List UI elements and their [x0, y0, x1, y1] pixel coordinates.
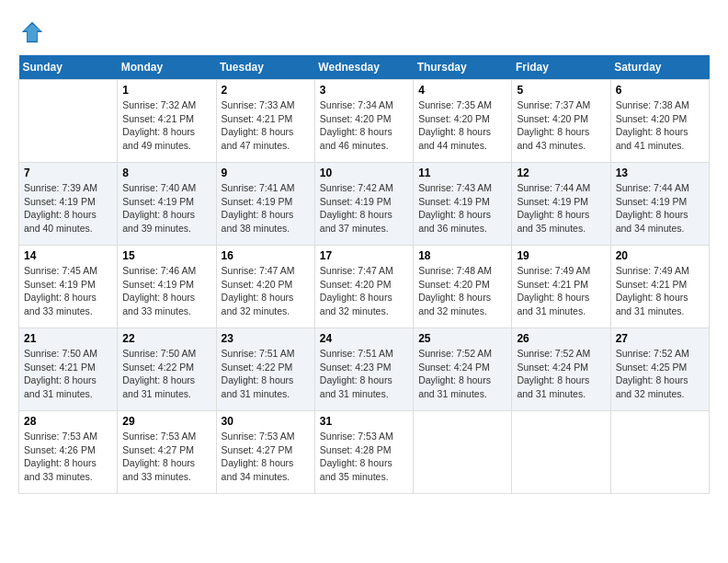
calendar-cell: 31Sunrise: 7:53 AM Sunset: 4:28 PM Dayli… — [314, 411, 413, 494]
calendar-cell: 1Sunrise: 7:32 AM Sunset: 4:21 PM Daylig… — [118, 80, 216, 163]
day-number: 17 — [320, 249, 408, 262]
day-number: 13 — [616, 167, 704, 179]
day-info: Sunrise: 7:47 AM Sunset: 4:20 PM Dayligh… — [320, 264, 408, 318]
day-info: Sunrise: 7:46 AM Sunset: 4:19 PM Dayligh… — [122, 264, 210, 318]
day-number: 25 — [418, 332, 506, 345]
calendar-cell — [414, 411, 512, 494]
day-number: 4 — [418, 84, 506, 97]
calendar-cell: 15Sunrise: 7:46 AM Sunset: 4:19 PM Dayli… — [118, 246, 216, 328]
calendar-cell — [512, 411, 610, 494]
calendar-cell: 12Sunrise: 7:44 AM Sunset: 4:19 PM Dayli… — [512, 163, 610, 246]
calendar-cell: 7Sunrise: 7:39 AM Sunset: 4:19 PM Daylig… — [19, 163, 118, 246]
calendar-cell: 30Sunrise: 7:53 AM Sunset: 4:27 PM Dayli… — [216, 411, 314, 494]
header-tuesday: Tuesday — [216, 55, 314, 80]
header-saturday: Saturday — [610, 55, 709, 80]
day-info: Sunrise: 7:52 AM Sunset: 4:24 PM Dayligh… — [517, 347, 605, 401]
calendar: SundayMondayTuesdayWednesdayThursdayFrid… — [18, 55, 710, 494]
logo-icon — [18, 18, 46, 46]
day-number: 15 — [122, 249, 210, 262]
week-row-4: 28Sunrise: 7:53 AM Sunset: 4:26 PM Dayli… — [19, 411, 710, 494]
day-number: 24 — [320, 332, 408, 345]
day-info: Sunrise: 7:41 AM Sunset: 4:19 PM Dayligh… — [222, 181, 310, 236]
week-row-0: 1Sunrise: 7:32 AM Sunset: 4:21 PM Daylig… — [19, 80, 710, 163]
header — [18, 18, 710, 46]
day-info: Sunrise: 7:38 AM Sunset: 4:20 PM Dayligh… — [616, 98, 704, 153]
calendar-cell: 14Sunrise: 7:45 AM Sunset: 4:19 PM Dayli… — [19, 246, 118, 328]
day-number: 20 — [616, 249, 704, 262]
calendar-cell: 20Sunrise: 7:49 AM Sunset: 4:21 PM Dayli… — [610, 246, 709, 328]
day-info: Sunrise: 7:35 AM Sunset: 4:20 PM Dayligh… — [418, 98, 506, 153]
calendar-cell: 21Sunrise: 7:50 AM Sunset: 4:21 PM Dayli… — [19, 328, 118, 411]
calendar-cell: 25Sunrise: 7:52 AM Sunset: 4:24 PM Dayli… — [414, 328, 512, 411]
day-info: Sunrise: 7:51 AM Sunset: 4:23 PM Dayligh… — [320, 347, 408, 401]
day-number: 29 — [122, 415, 210, 428]
day-number: 30 — [222, 415, 310, 428]
calendar-cell: 9Sunrise: 7:41 AM Sunset: 4:19 PM Daylig… — [216, 163, 314, 246]
day-number: 19 — [517, 249, 605, 262]
day-number: 11 — [418, 167, 506, 179]
day-number: 14 — [24, 249, 112, 262]
day-number: 3 — [320, 84, 408, 97]
day-info: Sunrise: 7:49 AM Sunset: 4:21 PM Dayligh… — [517, 264, 605, 318]
calendar-cell: 27Sunrise: 7:52 AM Sunset: 4:25 PM Dayli… — [610, 328, 709, 411]
day-number: 22 — [122, 332, 210, 345]
day-info: Sunrise: 7:53 AM Sunset: 4:28 PM Dayligh… — [320, 430, 408, 484]
logo — [18, 18, 50, 46]
day-info: Sunrise: 7:50 AM Sunset: 4:22 PM Dayligh… — [122, 347, 210, 401]
calendar-cell: 17Sunrise: 7:47 AM Sunset: 4:20 PM Dayli… — [314, 246, 413, 328]
calendar-cell: 22Sunrise: 7:50 AM Sunset: 4:22 PM Dayli… — [118, 328, 216, 411]
calendar-cell: 4Sunrise: 7:35 AM Sunset: 4:20 PM Daylig… — [414, 80, 512, 163]
day-info: Sunrise: 7:53 AM Sunset: 4:27 PM Dayligh… — [122, 430, 210, 484]
calendar-cell: 23Sunrise: 7:51 AM Sunset: 4:22 PM Dayli… — [216, 328, 314, 411]
calendar-cell: 19Sunrise: 7:49 AM Sunset: 4:21 PM Dayli… — [512, 246, 610, 328]
day-number: 9 — [222, 167, 310, 179]
day-number: 1 — [122, 84, 210, 97]
header-monday: Monday — [118, 55, 216, 80]
svg-marker-1 — [24, 24, 40, 41]
day-info: Sunrise: 7:51 AM Sunset: 4:22 PM Dayligh… — [222, 347, 310, 401]
calendar-cell: 11Sunrise: 7:43 AM Sunset: 4:19 PM Dayli… — [414, 163, 512, 246]
calendar-cell: 2Sunrise: 7:33 AM Sunset: 4:21 PM Daylig… — [216, 80, 314, 163]
day-info: Sunrise: 7:53 AM Sunset: 4:26 PM Dayligh… — [24, 430, 112, 484]
day-info: Sunrise: 7:37 AM Sunset: 4:20 PM Dayligh… — [517, 98, 605, 153]
week-row-3: 21Sunrise: 7:50 AM Sunset: 4:21 PM Dayli… — [19, 328, 710, 411]
day-info: Sunrise: 7:40 AM Sunset: 4:19 PM Dayligh… — [122, 181, 210, 236]
day-info: Sunrise: 7:44 AM Sunset: 4:19 PM Dayligh… — [517, 181, 605, 236]
day-number: 16 — [222, 249, 310, 262]
calendar-cell — [19, 80, 118, 163]
calendar-cell: 6Sunrise: 7:38 AM Sunset: 4:20 PM Daylig… — [610, 80, 709, 163]
calendar-cell: 10Sunrise: 7:42 AM Sunset: 4:19 PM Dayli… — [314, 163, 413, 246]
calendar-cell: 16Sunrise: 7:47 AM Sunset: 4:20 PM Dayli… — [216, 246, 314, 328]
header-sunday: Sunday — [19, 55, 118, 80]
calendar-cell: 26Sunrise: 7:52 AM Sunset: 4:24 PM Dayli… — [512, 328, 610, 411]
calendar-cell: 8Sunrise: 7:40 AM Sunset: 4:19 PM Daylig… — [118, 163, 216, 246]
week-row-1: 7Sunrise: 7:39 AM Sunset: 4:19 PM Daylig… — [19, 163, 710, 246]
calendar-header-row: SundayMondayTuesdayWednesdayThursdayFrid… — [19, 55, 710, 80]
day-number: 27 — [616, 332, 704, 345]
week-row-2: 14Sunrise: 7:45 AM Sunset: 4:19 PM Dayli… — [19, 246, 710, 328]
calendar-cell — [610, 411, 709, 494]
day-number: 28 — [24, 415, 112, 428]
day-info: Sunrise: 7:52 AM Sunset: 4:25 PM Dayligh… — [616, 347, 704, 401]
day-info: Sunrise: 7:43 AM Sunset: 4:19 PM Dayligh… — [418, 181, 506, 236]
calendar-cell: 3Sunrise: 7:34 AM Sunset: 4:20 PM Daylig… — [314, 80, 413, 163]
header-thursday: Thursday — [414, 55, 512, 80]
day-number: 8 — [122, 167, 210, 179]
day-info: Sunrise: 7:42 AM Sunset: 4:19 PM Dayligh… — [320, 181, 408, 236]
day-info: Sunrise: 7:39 AM Sunset: 4:19 PM Dayligh… — [24, 181, 112, 236]
day-info: Sunrise: 7:52 AM Sunset: 4:24 PM Dayligh… — [418, 347, 506, 401]
header-wednesday: Wednesday — [314, 55, 413, 80]
header-friday: Friday — [512, 55, 610, 80]
day-number: 7 — [24, 167, 112, 179]
calendar-cell: 5Sunrise: 7:37 AM Sunset: 4:20 PM Daylig… — [512, 80, 610, 163]
day-info: Sunrise: 7:50 AM Sunset: 4:21 PM Dayligh… — [24, 347, 112, 401]
day-number: 31 — [320, 415, 408, 428]
day-number: 2 — [222, 84, 310, 97]
day-number: 21 — [24, 332, 112, 345]
page-container: SundayMondayTuesdayWednesdayThursdayFrid… — [18, 18, 710, 494]
day-info: Sunrise: 7:47 AM Sunset: 4:20 PM Dayligh… — [222, 264, 310, 318]
day-number: 5 — [517, 84, 605, 97]
day-number: 18 — [418, 249, 506, 262]
day-info: Sunrise: 7:44 AM Sunset: 4:19 PM Dayligh… — [616, 181, 704, 236]
day-info: Sunrise: 7:33 AM Sunset: 4:21 PM Dayligh… — [222, 98, 310, 153]
